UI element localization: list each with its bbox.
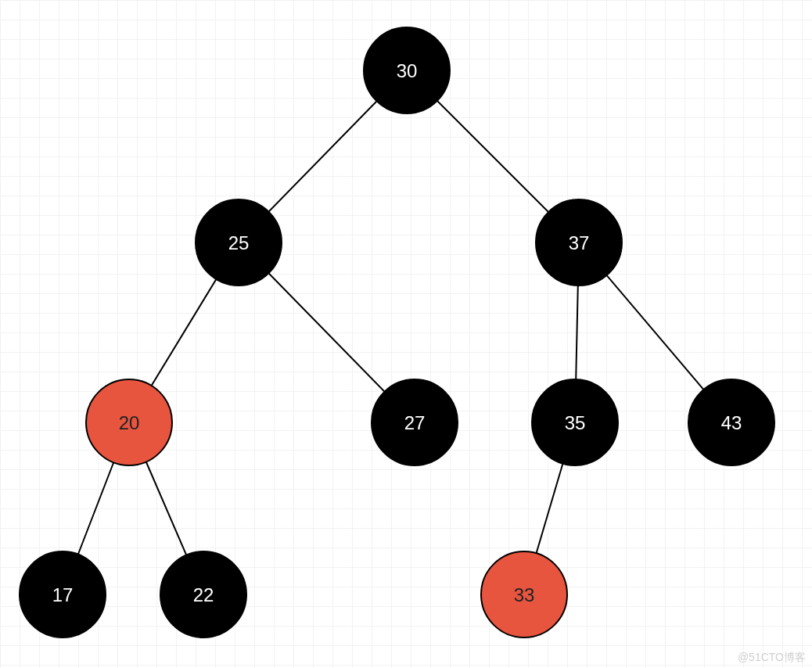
watermark: @51CTO博客 [738, 651, 806, 665]
node-label: 37 [569, 232, 590, 253]
red-black-tree-diagram: 30253720273543172233 [0, 0, 812, 668]
tree-node-37: 37 [536, 199, 622, 286]
node-label: 33 [514, 584, 535, 605]
tree-node-22: 22 [160, 551, 246, 637]
node-label: 27 [404, 412, 426, 433]
tree-node-35: 35 [532, 379, 618, 465]
node-label: 43 [721, 412, 742, 433]
tree-node-25: 25 [196, 199, 282, 286]
tree-node-33: 33 [481, 551, 567, 637]
node-label: 35 [565, 412, 586, 433]
node-label: 17 [52, 584, 74, 605]
tree-node-27: 27 [372, 379, 458, 465]
node-label: 20 [119, 412, 140, 433]
tree-node-17: 17 [20, 551, 106, 637]
tree-node-20: 20 [86, 379, 172, 465]
edges-layer [63, 70, 731, 594]
tree-node-43: 43 [688, 379, 774, 465]
tree-node-30: 30 [364, 27, 450, 113]
nodes-layer: 30253720273543172233 [20, 27, 774, 637]
node-label: 25 [228, 232, 250, 253]
node-label: 22 [193, 584, 214, 605]
node-label: 30 [397, 60, 418, 81]
